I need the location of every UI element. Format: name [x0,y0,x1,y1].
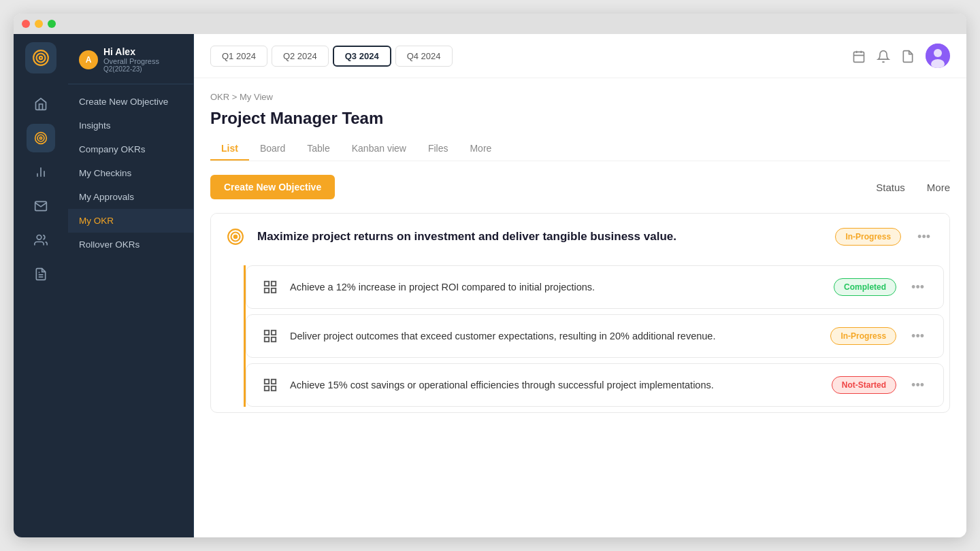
doc-icon[interactable] [901,48,915,63]
objective-card: Maximize project returns on investment a… [210,213,950,413]
svg-point-9 [37,235,42,240]
quarter-tab-q1[interactable]: Q1 2024 [210,46,267,67]
svg-rect-24 [265,288,269,293]
quarter-tab-q3[interactable]: Q3 2024 [333,46,391,67]
status-label: Status [876,182,905,193]
menu-item-insights[interactable]: Insights [68,114,193,137]
kr-item: Deliver project outcomes that exceed cus… [246,314,944,358]
kr-more-button-2[interactable]: ••• [906,327,930,346]
bell-icon[interactable] [877,48,890,63]
svg-rect-28 [265,337,269,341]
actions-row: Create New Objective Status More [210,175,950,199]
topbar-right [852,44,950,68]
calendar-icon[interactable] [852,48,866,63]
svg-point-2 [39,56,42,59]
svg-rect-32 [265,386,269,390]
svg-point-4 [37,135,44,141]
quarter-tab-q2[interactable]: Q2 2024 [272,46,329,67]
status-more: Status More [876,182,950,193]
breadcrumb: OKR > My View [210,92,950,102]
kr-more-button-3[interactable]: ••• [906,375,930,395]
app-body: A Hi Alex Overall Progress Q2(2022-23) C… [14,34,966,537]
tab-table[interactable]: Table [296,137,340,161]
user-avatar[interactable] [926,44,950,68]
svg-rect-26 [265,331,269,335]
kr-status-1: Completed [834,278,896,296]
nav-team-icon[interactable] [27,226,55,254]
maximize-dot[interactable] [48,20,56,28]
nav-mail-icon[interactable] [27,192,55,220]
svg-point-1 [37,54,46,63]
svg-point-5 [39,137,42,139]
kr-text-1: Achieve a 12% increase in project ROI co… [290,280,824,294]
kr-grid-icon-3 [260,375,280,395]
kr-grid-icon-1 [260,277,280,297]
minimize-dot[interactable] [35,20,43,28]
objective-title: Maximize project returns on investment a… [257,229,824,245]
quarter-tab-q4[interactable]: Q4 2024 [395,46,453,67]
view-tabs: List Board Table Kanban view Files More [210,137,950,161]
topbar: Q1 2024 Q2 2024 Q3 2024 Q4 2024 [194,34,966,78]
kr-item: Achieve a 12% increase in project ROI co… [246,265,944,309]
svg-rect-27 [272,331,276,335]
page-content: OKR > My View Project Manager Team List … [194,78,966,537]
breadcrumb-current: My View [240,92,273,102]
tab-list[interactable]: List [210,137,249,161]
tab-kanban[interactable]: Kanban view [341,137,417,161]
menu-item-rollover[interactable]: Rollover OKRs [68,233,193,256]
app-logo [25,42,56,73]
tab-board[interactable]: Board [249,137,296,161]
menu-item-my-okr[interactable]: My OKR [68,209,193,233]
svg-rect-23 [272,282,276,286]
tab-files[interactable]: Files [417,137,459,161]
icon-sidebar [14,34,68,537]
svg-rect-25 [272,288,276,293]
svg-rect-31 [272,380,276,384]
avatar: A [79,50,98,69]
user-period: Q2(2022-23) [103,65,159,73]
main-content: Q1 2024 Q2 2024 Q3 2024 Q4 2024 [194,34,966,537]
svg-rect-33 [272,386,276,390]
titlebar [14,14,966,34]
breadcrumb-root: OKR [210,92,229,102]
close-dot[interactable] [22,20,30,28]
left-menu: Create New Objective Insights Company OK… [68,90,193,256]
nav-home-icon[interactable] [27,90,55,118]
objective-header: Maximize project returns on investment a… [211,214,949,260]
kr-text-2: Deliver project outcomes that exceed cus… [290,329,821,343]
menu-item-checkins[interactable]: My Checkins [68,161,193,185]
user-info: A Hi Alex Overall Progress Q2(2022-23) [68,41,193,84]
more-label[interactable]: More [927,182,950,193]
menu-item-create[interactable]: Create New Objective [68,90,193,114]
menu-item-approvals[interactable]: My Approvals [68,185,193,209]
user-greeting: Hi Alex [103,46,159,57]
kr-grid-icon-2 [260,326,280,346]
objective-status-badge: In-Progress [835,228,901,246]
key-results-list: Achieve a 12% increase in project ROI co… [244,265,949,407]
kr-text-3: Achieve 15% cost savings or operational … [290,378,822,392]
tab-more[interactable]: More [459,137,502,161]
page-title: Project Manager Team [210,109,950,128]
svg-rect-22 [265,282,269,286]
nav-chart-icon[interactable] [27,158,55,186]
kr-item: Achieve 15% cost savings or operational … [246,363,944,407]
objective-more-button[interactable]: ••• [912,227,936,247]
svg-rect-12 [854,52,864,62]
menu-item-company-okrs[interactable]: Company OKRs [68,137,193,161]
svg-point-17 [934,49,942,57]
create-objective-button[interactable]: Create New Objective [210,175,335,199]
quarter-tabs: Q1 2024 Q2 2024 Q3 2024 Q4 2024 [210,46,453,67]
nav-report-icon[interactable] [27,260,55,288]
svg-point-21 [234,235,237,238]
user-progress-label: Overall Progress [103,57,159,65]
kr-status-3: Not-Started [832,376,896,394]
app-window: A Hi Alex Overall Progress Q2(2022-23) C… [14,14,966,537]
kr-more-button-1[interactable]: ••• [906,278,930,297]
svg-rect-29 [272,337,276,341]
svg-rect-30 [265,380,269,384]
objective-target-icon [225,226,246,248]
user-text: Hi Alex Overall Progress Q2(2022-23) [103,46,159,73]
breadcrumb-separator: > [232,92,238,102]
kr-status-2: In-Progress [830,327,896,345]
nav-okr-icon[interactable] [27,124,55,152]
